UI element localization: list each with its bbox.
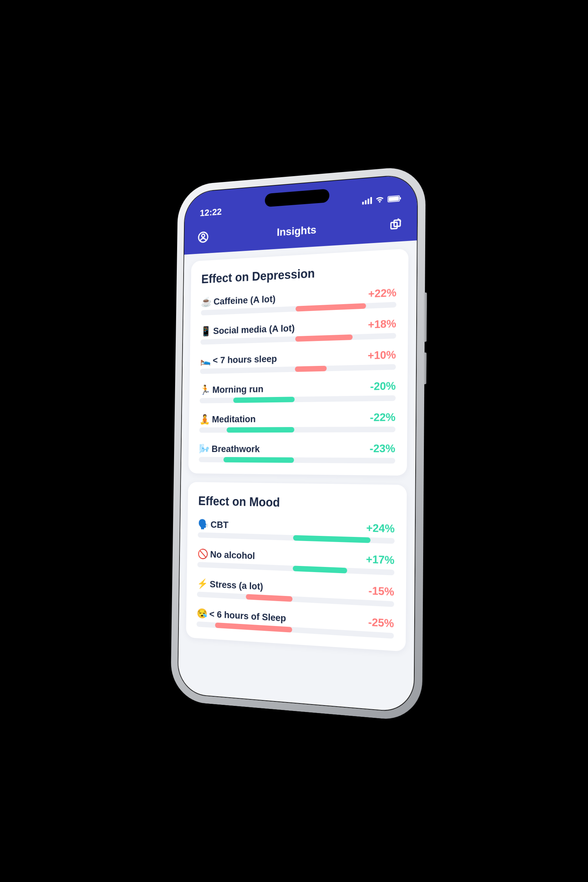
insight-item-value: -22%: [370, 411, 395, 424]
item-emoji-icon: 🌬️: [199, 443, 210, 454]
svg-rect-2: [391, 222, 397, 229]
item-label-text: CBT: [210, 519, 228, 530]
item-emoji-icon: 🏃: [200, 384, 210, 395]
bar-fill: [293, 535, 370, 543]
insight-item-value: -23%: [370, 442, 395, 455]
item-emoji-icon: 🧘: [199, 414, 210, 424]
insight-item-value: -20%: [370, 380, 396, 393]
insight-item-value: +22%: [368, 286, 396, 300]
card-title: Effect on Depression: [201, 262, 396, 286]
insight-item-bar: [199, 395, 395, 404]
item-label-text: Social media (A lot): [213, 322, 294, 336]
screen: 12:22 Insights Effect on Depression☕Caff…: [177, 173, 418, 713]
item-label-text: Caffeine (A lot): [213, 294, 275, 307]
insight-item-label: ☕Caffeine (A lot): [201, 293, 275, 308]
bar-fill: [292, 566, 347, 573]
item-emoji-icon: 😪: [196, 608, 207, 619]
insight-item-value: +10%: [368, 348, 396, 362]
insight-item-bar: [199, 427, 395, 433]
insight-item-row: 🗣️CBT+24%: [198, 517, 394, 535]
insight-item-value: +24%: [366, 522, 395, 535]
insight-item-label: 🛌< 7 hours sleep: [200, 353, 277, 366]
bar-fill: [226, 427, 294, 433]
insight-item-row: 🌬️Breathwork-23%: [199, 442, 395, 455]
insight-item[interactable]: ⚡Stress (a lot)-15%: [197, 576, 394, 607]
profile-button[interactable]: [196, 230, 210, 245]
item-emoji-icon: 🚫: [197, 548, 208, 560]
insight-item-label: 📱Social media (A lot): [200, 322, 294, 337]
insight-item-value: +17%: [366, 553, 394, 567]
battery-icon: [387, 195, 400, 202]
wifi-icon: [375, 194, 384, 206]
bar-fill: [295, 334, 352, 342]
status-indicators: [362, 193, 400, 207]
insight-item-label: 🧘Meditation: [199, 413, 256, 424]
bar-fill: [296, 303, 366, 312]
insight-item-value: +18%: [368, 317, 396, 331]
item-label-text: Morning run: [212, 384, 264, 395]
cards-button[interactable]: [388, 216, 403, 232]
svg-rect-3: [394, 220, 400, 226]
insight-card: Effect on Mood🗣️CBT+24%🚫No alcohol+17%⚡S…: [186, 482, 406, 652]
insight-item-bar: [200, 364, 396, 374]
insight-item[interactable]: 🏃Morning run-20%: [199, 380, 396, 404]
insight-item-bar: [199, 457, 395, 464]
insight-item-label: 🗣️CBT: [198, 519, 228, 530]
item-emoji-icon: 🛌: [200, 355, 211, 366]
bar-fill: [223, 457, 294, 463]
side-button: [423, 292, 427, 342]
item-label-text: No alcohol: [210, 549, 255, 561]
insight-item-bar: [196, 621, 393, 639]
insight-item-row: 🧘Meditation-22%: [199, 411, 396, 424]
bar-fill: [246, 594, 292, 602]
insight-item-row: 🏃Morning run-20%: [200, 380, 396, 396]
card-title: Effect on Mood: [198, 494, 394, 512]
insight-item-bar: [198, 532, 394, 544]
insight-item[interactable]: 🗣️CBT+24%: [198, 517, 394, 544]
insight-item-value: -25%: [368, 615, 394, 630]
item-emoji-icon: ☕: [201, 296, 212, 308]
insight-item-bar: [197, 591, 394, 607]
item-label-text: Breathwork: [211, 443, 260, 454]
insight-item[interactable]: 🌬️Breathwork-23%: [199, 442, 395, 464]
cellular-icon: [362, 197, 372, 204]
bar-fill: [215, 622, 292, 633]
item-label-text: < 7 hours sleep: [213, 353, 277, 366]
insight-item-row: 🛌< 7 hours sleep+10%: [200, 348, 396, 366]
insight-item-row: 📱Social media (A lot)+18%: [200, 317, 396, 336]
side-button: [423, 352, 427, 384]
content-scroll[interactable]: Effect on Depression☕Caffeine (A lot)+22…: [178, 240, 417, 712]
insight-item[interactable]: 🧘Meditation-22%: [199, 411, 395, 432]
insight-item[interactable]: 🚫No alcohol+17%: [197, 547, 394, 575]
insight-item[interactable]: 🛌< 7 hours sleep+10%: [200, 348, 396, 374]
insight-item[interactable]: 📱Social media (A lot)+18%: [200, 317, 396, 345]
item-emoji-icon: 📱: [200, 326, 211, 337]
bar-fill: [295, 366, 327, 372]
status-time: 12:22: [200, 207, 222, 219]
bar-fill: [233, 397, 294, 403]
insight-item-value: -15%: [368, 584, 394, 598]
page-title: Insights: [184, 216, 417, 244]
item-emoji-icon: 🗣️: [198, 519, 208, 530]
item-emoji-icon: ⚡: [197, 578, 208, 590]
item-label-text: Stress (a lot): [210, 579, 263, 592]
insight-item-label: 🚫No alcohol: [197, 548, 255, 561]
insight-item-bar: [197, 562, 394, 575]
item-label-text: Meditation: [212, 414, 255, 424]
item-label-text: < 6 hours of Sleep: [209, 609, 286, 624]
insight-item-label: 🌬️Breathwork: [199, 443, 260, 454]
insight-item-label: 🏃Morning run: [200, 383, 264, 395]
svg-point-1: [202, 234, 205, 238]
insight-item-row: ☕Caffeine (A lot)+22%: [201, 286, 396, 308]
phone-frame: 12:22 Insights Effect on Depression☕Caff…: [172, 166, 424, 720]
insight-item-label: 😪< 6 hours of Sleep: [196, 608, 286, 624]
insight-item-label: ⚡Stress (a lot): [197, 578, 263, 592]
insight-card: Effect on Depression☕Caffeine (A lot)+22…: [188, 249, 408, 476]
insight-item[interactable]: 😪< 6 hours of Sleep-25%: [196, 606, 394, 639]
insight-item[interactable]: ☕Caffeine (A lot)+22%: [201, 286, 396, 315]
